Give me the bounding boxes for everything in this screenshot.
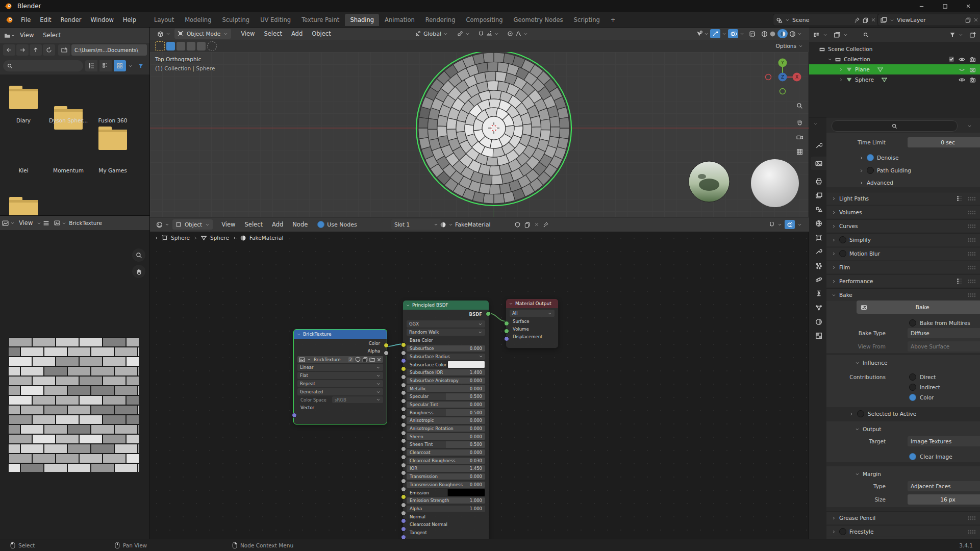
properties-tab-scene[interactable] [811, 203, 826, 216]
select-circle-icon[interactable] [207, 41, 217, 51]
socket-alpha-input[interactable] [401, 511, 406, 516]
snap-magnet-icon[interactable] [478, 31, 484, 37]
menu-select[interactable]: Select [259, 30, 286, 37]
grip-handle[interactable] [968, 252, 976, 256]
overlays-toggle-icon[interactable] [728, 29, 738, 38]
tab-layout[interactable]: Layout [149, 14, 179, 26]
close-button[interactable] [957, 0, 980, 12]
snap-magnet-icon[interactable] [769, 221, 775, 228]
chevron-right-icon[interactable] [859, 168, 864, 173]
properties-tab-particles[interactable] [811, 259, 826, 272]
socket-subsurface-input[interactable] [401, 350, 406, 356]
fake-user-shield-icon[interactable] [515, 222, 520, 228]
grip-handle[interactable] [968, 530, 976, 534]
menu-file[interactable]: File [16, 16, 35, 23]
new-collection-icon[interactable] [969, 32, 976, 38]
socket-emission-strength-input[interactable] [401, 503, 406, 508]
section-checkbox[interactable] [839, 528, 846, 535]
camera-off-icon[interactable] [969, 66, 976, 73]
shading-material-preview-icon[interactable] [777, 29, 788, 38]
grip-handle[interactable] [968, 293, 976, 297]
minimize-button[interactable] [910, 0, 933, 12]
chevron-down-icon[interactable] [967, 124, 972, 129]
section-freestyle[interactable]: Freestyle [826, 525, 980, 538]
properties-tab-world[interactable] [811, 217, 826, 230]
pin-icon[interactable] [543, 222, 549, 228]
menu-render[interactable]: Render [56, 16, 86, 23]
grip-handle[interactable] [968, 265, 976, 270]
horizontal-list-view-button[interactable] [99, 60, 112, 71]
param-ior[interactable]: IOR1.450 [407, 465, 485, 472]
menu-add[interactable]: Add [267, 221, 288, 228]
options-menu[interactable]: Options [775, 43, 803, 49]
dropdown-generated[interactable]: Generated [297, 388, 383, 395]
zoom-tool-button[interactable] [132, 248, 145, 262]
viewlayer-selector[interactable]: ViewLayer [877, 14, 980, 26]
socket-transmission-input[interactable] [401, 479, 406, 484]
outliner-editor-icon[interactable] [813, 32, 820, 38]
viewport-zoom-button[interactable] [793, 99, 806, 112]
tab-sculpting[interactable]: Sculpting [217, 14, 255, 26]
scene-selector[interactable]: Scene [773, 14, 879, 26]
chevron-right-icon[interactable] [859, 156, 864, 160]
eye-open-icon[interactable] [959, 77, 965, 83]
refresh-button[interactable] [43, 44, 55, 56]
list-view-icon[interactable] [957, 195, 963, 202]
image-datablock-row[interactable]: BrickTexture 2 [297, 356, 383, 363]
param-roughness[interactable]: Roughness0.500 [407, 409, 485, 416]
color-space-dropdown[interactable]: sRGB [332, 396, 383, 403]
dropdown-repeat[interactable]: Repeat [297, 380, 383, 387]
section-checkbox[interactable] [839, 250, 846, 257]
folder-item[interactable] [9, 200, 38, 215]
section-bake[interactable]: Bake [826, 288, 980, 301]
properties-tab-physics[interactable] [811, 273, 826, 286]
close-icon[interactable] [973, 17, 978, 22]
proportional-editing-icon[interactable] [507, 31, 513, 37]
image-icon[interactable] [54, 220, 60, 226]
folder-item[interactable] [9, 89, 38, 109]
overlays-toggle-icon[interactable] [785, 220, 795, 229]
color-swatch[interactable] [447, 361, 485, 368]
param-base-color[interactable]: Base Color [407, 337, 485, 344]
back-button[interactable] [3, 44, 15, 56]
orientation-label[interactable]: Global [423, 31, 441, 37]
chevron-right-icon[interactable] [849, 412, 853, 416]
filter-icon[interactable] [949, 32, 956, 38]
socket-surface-input[interactable] [504, 321, 509, 326]
param-anisotropic[interactable]: Anisotropic0.000 [407, 417, 485, 424]
menu-view[interactable]: View [217, 221, 240, 228]
dropdown-bake-type[interactable]: Diffuse [908, 328, 980, 338]
param-transmission[interactable]: Transmission0.000 [407, 473, 485, 480]
tab-animation[interactable]: Animation [380, 14, 420, 26]
param-sheen-tint[interactable]: Sheen Tint0.500 [407, 441, 485, 448]
param-normal[interactable]: Normal [407, 513, 485, 520]
properties-tab-tool[interactable] [811, 139, 826, 152]
shader-type-selector[interactable]: Object [172, 219, 213, 230]
breadcrumb-object[interactable]: Sphere [171, 235, 190, 241]
snap-target-icon[interactable] [486, 31, 492, 37]
socket-base-color-input[interactable] [401, 342, 406, 347]
hamburger-menu-icon[interactable] [43, 220, 49, 227]
socket-vector-input[interactable] [292, 413, 297, 418]
blender-menu-icon[interactable] [5, 16, 13, 24]
subsurface-method-dropdown[interactable]: Random Walk [407, 329, 485, 336]
section-light-paths[interactable]: Light Paths [826, 192, 980, 205]
display-mode-icon[interactable] [834, 32, 840, 38]
mode-selector[interactable]: Object Mode [174, 29, 231, 39]
section-grease-pencil[interactable]: Grease Pencil [826, 511, 980, 524]
socket-transmission-roughness-input[interactable] [401, 487, 406, 492]
dropdown-type[interactable]: Adjacent Faces [908, 481, 980, 491]
checkbox-denoise[interactable] [867, 154, 874, 161]
grip-handle[interactable] [968, 516, 976, 520]
chevron-right-icon[interactable] [839, 67, 843, 72]
thumbnail-view-button[interactable] [114, 60, 126, 71]
tab-uv-editing[interactable]: UV Editing [255, 14, 296, 26]
select-mode-invert-icon[interactable] [197, 42, 206, 51]
xray-toggle-icon[interactable] [749, 31, 756, 37]
close-icon[interactable] [376, 357, 382, 362]
falloff-curve-icon[interactable] [515, 31, 521, 37]
field-value[interactable]: 16 px [908, 494, 980, 505]
section-curves[interactable]: Curves [826, 219, 980, 232]
path-field[interactable]: C:\Users\m...Documents\ [71, 44, 147, 56]
socket-subsurface-ior-input[interactable] [401, 374, 406, 380]
